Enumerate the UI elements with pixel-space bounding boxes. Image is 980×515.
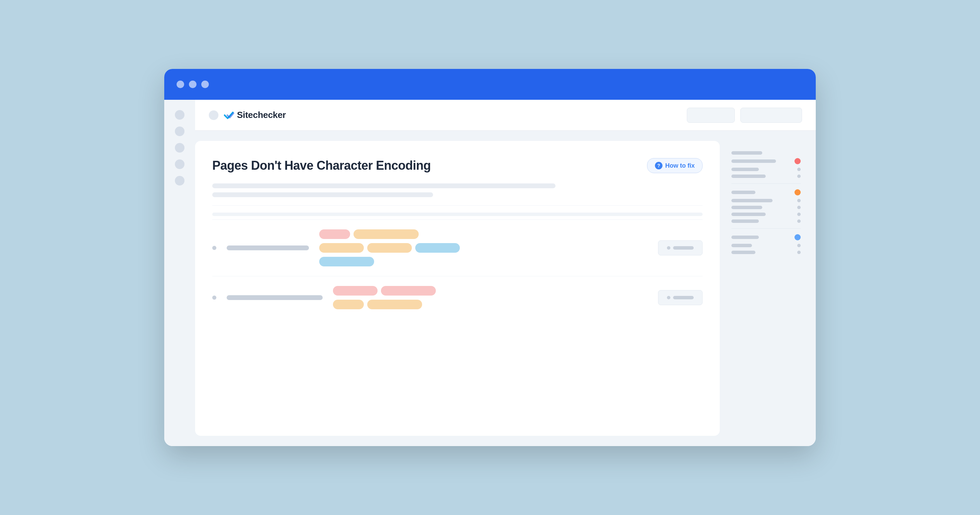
sidebar-dot-2-4 xyxy=(797,213,801,216)
nav-circle xyxy=(209,110,218,120)
row-bullet-1 xyxy=(212,246,216,250)
how-to-fix-label: How to fix xyxy=(665,162,695,169)
sidebar-nav-dot-5 xyxy=(175,176,185,186)
sidebar-dot-3-3 xyxy=(797,251,801,254)
sidebar-row-2-4 xyxy=(732,213,801,216)
sidebar-badge-red xyxy=(794,158,801,164)
right-sidebar-section-2 xyxy=(732,184,801,229)
tag-peach-lg-1 xyxy=(367,300,422,309)
traffic-dot-3 xyxy=(201,81,209,88)
tag-pink-sm-1 xyxy=(319,229,350,239)
page-header: Pages Don't Have Character Encoding ? Ho… xyxy=(212,158,703,173)
traffic-dot-2 xyxy=(189,81,196,88)
action-btn-line-1 xyxy=(673,246,694,250)
navbar: Sitechecker xyxy=(195,100,816,130)
sidebar-badge-blue xyxy=(794,234,801,240)
nav-button-1[interactable] xyxy=(687,108,735,123)
sidebar-row-1-1 xyxy=(732,151,801,155)
desc-line-2 xyxy=(212,192,433,197)
filter-line xyxy=(212,213,703,216)
tag-peach-md-2 xyxy=(367,243,412,253)
tags-row-1a xyxy=(319,229,648,239)
browser-body: Sitechecker Pages Don't Have Character E… xyxy=(164,100,816,446)
sidebar-line-2-3 xyxy=(732,206,762,209)
sidebar-row-3-1 xyxy=(732,234,801,240)
sitechecker-logo: Sitechecker xyxy=(223,109,286,121)
row-main-line-1 xyxy=(227,245,309,250)
sidebar-row-1-4 xyxy=(732,175,801,178)
sidebar-nav-dot-2 xyxy=(175,127,185,136)
divider-1 xyxy=(212,205,703,206)
sidebar-row-2-3 xyxy=(732,206,801,209)
browser-window: Sitechecker Pages Don't Have Character E… xyxy=(164,69,816,446)
desc-line-1 xyxy=(212,183,555,188)
sidebar-line-2-1 xyxy=(732,191,756,194)
content-area: Pages Don't Have Character Encoding ? Ho… xyxy=(195,130,816,446)
right-sidebar-section-1 xyxy=(732,146,801,184)
sidebar-row-2-5 xyxy=(732,219,801,223)
main-content-panel: Pages Don't Have Character Encoding ? Ho… xyxy=(195,141,720,436)
left-sidebar xyxy=(164,100,195,446)
sidebar-row-2-1 xyxy=(732,189,801,196)
tags-area-1 xyxy=(319,229,648,266)
tags-row-2b xyxy=(333,300,648,309)
table-row-2 xyxy=(212,276,703,319)
tag-peach-xl-1 xyxy=(353,229,419,239)
main-area: Sitechecker Pages Don't Have Character E… xyxy=(195,100,816,446)
action-btn-line-2 xyxy=(673,296,694,299)
sidebar-row-3-3 xyxy=(732,251,801,254)
sidebar-dot-2-3 xyxy=(797,206,801,209)
description-lines xyxy=(212,183,703,197)
nav-button-2[interactable] xyxy=(740,108,802,123)
page-title: Pages Don't Have Character Encoding xyxy=(212,158,431,173)
tag-pink-lg-1 xyxy=(381,286,436,296)
sidebar-dot-2-2 xyxy=(797,199,801,202)
action-btn-dot-1 xyxy=(667,246,670,250)
tag-peach-sm-1 xyxy=(333,300,364,309)
sidebar-row-2-2 xyxy=(732,199,801,202)
traffic-dot-1 xyxy=(177,81,184,88)
sidebar-nav-dot-1 xyxy=(175,110,185,120)
action-btn-dot-2 xyxy=(667,296,670,299)
browser-titlebar xyxy=(164,69,816,100)
sidebar-nav-dot-3 xyxy=(175,143,185,153)
help-icon: ? xyxy=(655,162,662,169)
tags-row-1c xyxy=(319,257,648,266)
sidebar-line-3-1 xyxy=(732,235,759,239)
tags-row-1b xyxy=(319,243,648,253)
row-bullet-2 xyxy=(212,296,216,300)
sidebar-row-1-3 xyxy=(732,168,801,171)
checkmark-icon xyxy=(223,109,235,121)
tag-blue-md-1 xyxy=(415,243,460,253)
nav-buttons xyxy=(687,108,802,123)
tags-row-2a xyxy=(333,286,648,296)
sidebar-line-1-2 xyxy=(732,159,776,163)
sidebar-line-1-3 xyxy=(732,168,759,171)
right-sidebar-section-3 xyxy=(732,229,801,259)
sidebar-dot-3-2 xyxy=(797,244,801,247)
how-to-fix-button[interactable]: ? How to fix xyxy=(647,158,703,173)
sidebar-row-3-2 xyxy=(732,244,801,247)
row-main-line-2 xyxy=(227,295,323,300)
sidebar-line-2-4 xyxy=(732,213,766,216)
action-button-2[interactable] xyxy=(658,290,703,305)
table-row xyxy=(212,219,703,276)
sidebar-line-2-5 xyxy=(732,219,759,223)
tags-area-2 xyxy=(333,286,648,309)
sidebar-dot-1-3 xyxy=(797,168,801,171)
sidebar-line-3-3 xyxy=(732,251,756,254)
sidebar-dot-1-4 xyxy=(797,175,801,178)
sidebar-line-2-2 xyxy=(732,199,773,202)
sidebar-nav-dot-4 xyxy=(175,159,185,169)
sidebar-line-3-2 xyxy=(732,244,752,247)
tag-peach-md-1 xyxy=(319,243,364,253)
tag-pink-md-1 xyxy=(333,286,377,296)
sidebar-dot-2-5 xyxy=(797,219,801,223)
sidebar-badge-orange xyxy=(794,189,801,196)
nav-logo-area: Sitechecker xyxy=(209,109,680,121)
tag-blue-lg-1 xyxy=(319,257,374,266)
right-sidebar xyxy=(727,141,805,436)
action-button-1[interactable] xyxy=(658,240,703,256)
nav-brand-text: Sitechecker xyxy=(237,110,286,120)
sidebar-row-1-2 xyxy=(732,158,801,164)
